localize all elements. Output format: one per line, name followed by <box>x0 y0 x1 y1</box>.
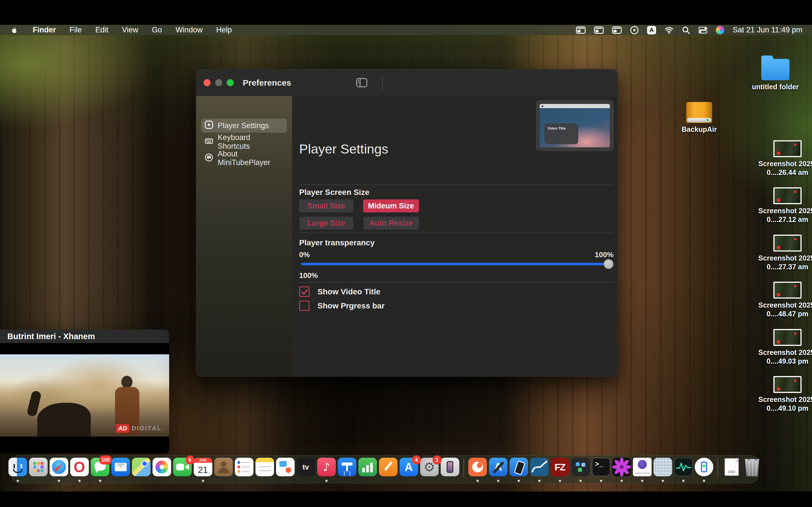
dock-postman[interactable] <box>468 458 487 483</box>
dock-divider <box>718 458 718 477</box>
close-button[interactable] <box>204 79 211 86</box>
large-size-button[interactable]: Large Size <box>299 217 353 230</box>
dock-finder[interactable] <box>8 458 27 483</box>
menu-window[interactable]: Window <box>169 25 209 34</box>
mini-player-video[interactable]: AD DIGITAL <box>0 343 169 453</box>
dock-android-emulator[interactable] <box>695 458 713 483</box>
input-source-icon[interactable]: A <box>647 26 656 34</box>
menu-finder[interactable]: Finder <box>26 25 63 34</box>
sidebar-item-player-settings[interactable]: Player Settings <box>201 119 287 133</box>
mini-player-window[interactable]: Butrint Imeri - Xhanem AD DIGITAL <box>0 330 169 453</box>
watermark-digital-text: DIGITAL <box>132 425 162 432</box>
show-progress-bar-option[interactable]: Show Prgress bar <box>299 300 385 311</box>
running-indicator <box>662 480 664 482</box>
play-circle-icon[interactable] <box>630 26 639 34</box>
menu-file[interactable]: File <box>63 25 89 34</box>
dock-activity-monitor[interactable] <box>674 458 693 483</box>
camel-silhouette <box>37 403 91 437</box>
auto-resize-button[interactable]: Auto Resize <box>363 217 419 230</box>
dock-simulator[interactable] <box>509 458 528 483</box>
desktop-icon-screenshot-3[interactable]: Screenshot 2025-0....27.37 am <box>758 235 812 272</box>
tile-window-icon-1[interactable] <box>576 26 586 34</box>
desktop-icon-untitled-folder[interactable]: untitled folder <box>746 55 805 91</box>
siri-icon[interactable] <box>716 26 724 34</box>
dock-blueprint[interactable] <box>654 458 672 483</box>
window-title: Preferences <box>243 78 291 88</box>
transparency-section-label: Player transperancy <box>299 238 375 247</box>
desktop-icon-screenshot-1[interactable]: Screenshot 2025-0....26.44 am <box>758 140 812 177</box>
mysql-workbench-icon <box>530 458 549 476</box>
show-video-title-checkbox[interactable] <box>299 286 310 297</box>
wifi-icon[interactable] <box>665 26 673 34</box>
zoom-button[interactable] <box>227 79 234 86</box>
dock-photos[interactable] <box>153 458 171 483</box>
screenshot-thumbnail <box>773 187 802 204</box>
show-progress-bar-checkbox[interactable] <box>299 300 310 311</box>
transparency-value-label: 100% <box>299 271 318 280</box>
dock-mail[interactable] <box>111 458 130 483</box>
divider <box>299 232 613 233</box>
dock-facetime[interactable]: 6 <box>173 458 192 483</box>
control-center-icon[interactable] <box>698 26 707 34</box>
transparency-slider-track[interactable] <box>301 263 611 265</box>
dock-system-settings[interactable]: 1 <box>420 458 439 483</box>
window-title-bar[interactable]: Preferences <box>196 69 618 96</box>
desktop-icon-screenshot-2[interactable]: Screenshot 2025-0....27.12 am <box>758 187 812 224</box>
dock-reminders[interactable] <box>235 458 253 483</box>
dock-contacts[interactable] <box>214 458 233 483</box>
dock-maps[interactable] <box>132 458 151 483</box>
dock-trash[interactable] <box>743 458 762 483</box>
dock-notes[interactable] <box>255 458 274 483</box>
dock-flower[interactable] <box>612 458 631 483</box>
divider <box>299 184 613 185</box>
sidebar-item-keyboard-shortcuts[interactable]: Keyboard Shortcuts <box>201 135 287 149</box>
tile-window-icon-2[interactable] <box>594 26 604 34</box>
safari-icon <box>50 458 68 476</box>
spotlight-search-icon[interactable] <box>682 26 690 34</box>
dock-iphone-mirroring[interactable] <box>441 458 459 483</box>
dock-opera[interactable]: O <box>70 458 89 483</box>
small-size-button[interactable]: Small Size <box>299 200 353 212</box>
dock-control-panel[interactable]: Control Panel <box>633 458 652 483</box>
dock-divider <box>463 458 464 477</box>
minimize-button[interactable] <box>215 79 222 86</box>
menu-bar-clock[interactable]: Sat 21 Jun 11:49 pm <box>733 25 802 34</box>
screenshot-thumbnail <box>773 282 802 298</box>
dock-dev-tools[interactable] <box>571 458 590 483</box>
dock-terminal[interactable]: >_ <box>592 458 610 483</box>
postman-icon <box>468 458 487 476</box>
tile-window-icon-3[interactable] <box>612 26 622 34</box>
dock-mysql-workbench[interactable] <box>530 458 549 483</box>
desktop-icon-label: Screenshot 2025-0....27.12 am <box>758 207 812 224</box>
desktop-icon-label: Screenshot 2025-0....48.47 pm <box>758 301 812 319</box>
desktop-icon-backupair[interactable]: BackupAir <box>670 102 729 134</box>
menu-edit[interactable]: Edit <box>89 25 115 34</box>
dock-xcode[interactable]: A <box>489 458 507 483</box>
apple-menu-icon[interactable] <box>11 26 18 34</box>
dock-keynote[interactable] <box>338 458 356 483</box>
show-video-title-option[interactable]: Show Video Title <box>299 286 380 297</box>
dock-safari[interactable] <box>50 458 68 483</box>
menu-go[interactable]: Go <box>145 25 169 34</box>
menu-view[interactable]: View <box>115 25 145 34</box>
page-title: Player Settings <box>299 141 388 157</box>
dock-messages[interactable]: 100 <box>91 458 109 483</box>
desktop-icon-screenshot-4[interactable]: Screenshot 2025-0....48.47 pm <box>758 282 812 319</box>
dock-numbers[interactable] <box>358 458 377 483</box>
dock-calendar[interactable]: JUN21 <box>194 458 212 483</box>
dock-music[interactable]: ♪ <box>317 458 336 483</box>
dock-launchpad[interactable] <box>29 458 48 483</box>
desktop-icon-screenshot-6[interactable]: Screenshot 2025-0....49.10 pm <box>758 376 812 413</box>
sidebar-item-about[interactable]: About MiniTubePlayer <box>201 151 287 165</box>
medium-size-button[interactable]: Mideum Size <box>363 200 419 212</box>
dock-csv-file[interactable]: CSV <box>722 458 741 483</box>
menu-help[interactable]: Help <box>209 25 239 34</box>
desktop-icon-screenshot-5[interactable]: Screenshot 2025-0....49.03 pm <box>758 329 812 366</box>
dock-filezilla[interactable]: FZ <box>551 458 569 483</box>
dock-app-store[interactable]: A4 <box>400 458 418 483</box>
dock-pages[interactable] <box>379 458 398 483</box>
dock-freeform[interactable] <box>276 458 295 483</box>
sidebar-toggle-icon[interactable] <box>356 78 367 87</box>
transparency-slider-thumb[interactable] <box>604 259 613 269</box>
dock-apple-tv[interactable]: tv <box>297 458 315 483</box>
